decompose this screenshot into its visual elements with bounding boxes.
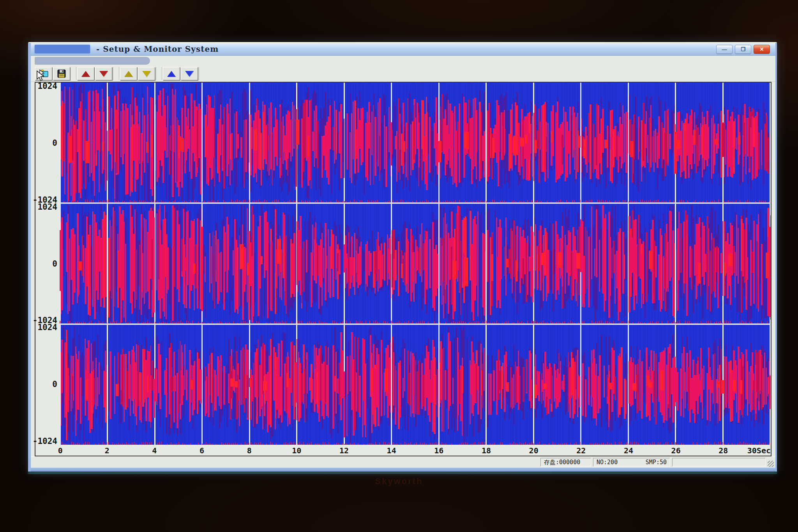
save-counter-box: 存盘:000000 <box>540 458 591 467</box>
y-axis-label: 0 <box>52 259 57 269</box>
x-axis-label: 2 <box>105 446 109 455</box>
x-axis-label: 14 <box>387 446 396 455</box>
redacted-app-name <box>35 45 90 53</box>
minimize-button[interactable]: — <box>716 45 733 54</box>
x-axis-label: 12 <box>339 446 349 455</box>
save-icon <box>57 69 66 78</box>
toolbar-group-red-channel <box>76 67 113 80</box>
close-button[interactable]: ✕ <box>754 45 770 54</box>
x-axis: 024681012141618202224262830Sec <box>60 445 771 456</box>
window-bottom-border <box>31 468 775 472</box>
plot-area <box>60 83 771 445</box>
y-axis-label: 1024 <box>37 81 57 91</box>
maximize-button[interactable]: ❐ <box>735 45 751 54</box>
save-button[interactable] <box>53 67 70 80</box>
waveform-chart: 10240-102410240-102410240-1024 024681012… <box>35 82 772 456</box>
open-file-icon <box>39 69 49 78</box>
y-axis-label: -1024 <box>33 437 57 446</box>
yellow-up-button[interactable] <box>120 67 137 80</box>
y-label-group: 10240-1024 <box>35 324 60 445</box>
window-controls: — ❐ ✕ <box>716 45 770 54</box>
x-axis-label: 0 <box>58 446 63 455</box>
blue-up-button[interactable] <box>163 67 180 80</box>
open-file-button[interactable] <box>35 67 52 80</box>
status-bar: 存盘:000000 NO:200 SMP:50 <box>31 456 775 468</box>
y-axis-label: 0 <box>52 138 57 148</box>
app-window: - Setup & Monitor System — ❐ ✕ <box>28 43 777 472</box>
red-up-button[interactable] <box>77 67 94 80</box>
window-title: - Setup & Monitor System <box>96 44 219 54</box>
y-axis-label: 1024 <box>37 323 57 332</box>
y-label-group: 10240-1024 <box>35 203 60 324</box>
triangle-up-icon <box>81 71 90 77</box>
yellow-down-button[interactable] <box>138 67 155 80</box>
blue-down-button[interactable] <box>181 67 198 80</box>
resize-grip-icon[interactable] <box>768 461 774 467</box>
y-axis-label: 0 <box>52 380 57 389</box>
redacted-menu-items[interactable] <box>35 57 150 65</box>
x-axis-label: 30Sec <box>747 446 771 455</box>
sample-rate-value: SMP:50 <box>646 459 667 466</box>
minimize-icon: — <box>722 47 727 52</box>
monitor-screen: - Setup & Monitor System — ❐ ✕ <box>28 42 777 472</box>
x-axis-label: 6 <box>200 446 204 455</box>
toolbar <box>31 66 775 82</box>
title-bar: - Setup & Monitor System — ❐ ✕ <box>31 43 775 56</box>
plot-row: 10240-102410240-102410240-1024 <box>35 83 771 445</box>
record-params-box: NO:200 SMP:50 <box>593 458 670 467</box>
toolbar-group-blue-channel <box>162 67 199 80</box>
x-axis-label: 4 <box>152 446 157 455</box>
y-axis-label: 1024 <box>37 202 57 212</box>
save-counter-value: 存盘:000000 <box>544 459 580 466</box>
menu-bar <box>31 56 775 66</box>
monitor-brand-label: Skyworth <box>375 476 423 486</box>
status-empty-box <box>672 458 766 467</box>
x-axis-label: 24 <box>624 446 633 455</box>
y-axis: 10240-102410240-102410240-1024 <box>35 83 60 445</box>
maximize-icon: ❐ <box>741 47 745 52</box>
x-axis-label: 18 <box>482 446 491 455</box>
x-axis-label: 22 <box>576 446 586 455</box>
close-icon: ✕ <box>760 47 764 52</box>
toolbar-group-yellow-channel <box>119 67 156 80</box>
triangle-down-icon <box>185 71 194 77</box>
waveform-canvas <box>60 83 771 445</box>
triangle-up-icon <box>124 71 133 77</box>
x-axis-label: 26 <box>671 446 681 455</box>
x-axis-label: 10 <box>292 446 301 455</box>
triangle-up-icon <box>167 71 176 77</box>
x-axis-label: 28 <box>719 446 728 455</box>
x-axis-label: 16 <box>434 446 443 455</box>
toolbar-group-file <box>35 67 71 80</box>
x-axis-label: 20 <box>529 446 538 455</box>
record-no-value: NO:200 <box>597 459 618 466</box>
triangle-down-icon <box>99 71 108 77</box>
red-down-button[interactable] <box>95 67 112 80</box>
y-label-group: 10240-1024 <box>35 83 60 203</box>
monitor-photo: { "window": { "title": "- Setup & Monito… <box>0 0 798 532</box>
triangle-down-icon <box>142 71 151 77</box>
x-axis-label: 8 <box>247 446 252 455</box>
